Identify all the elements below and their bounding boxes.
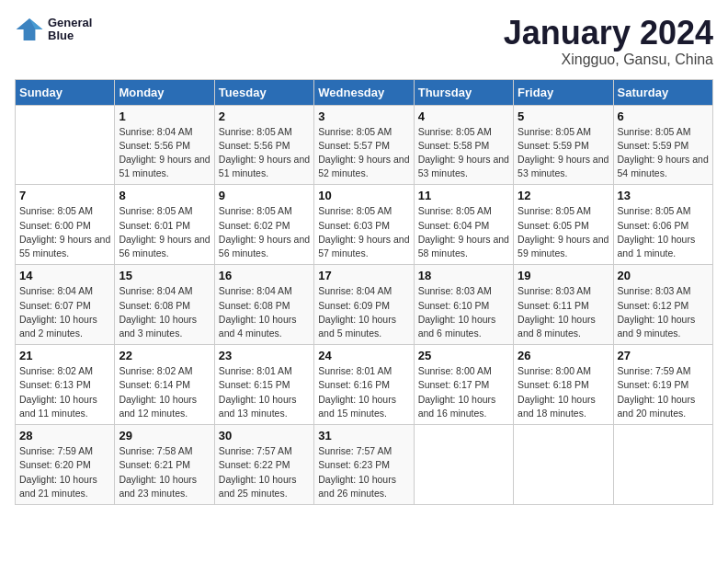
day-number: 27 bbox=[618, 349, 709, 362]
day-info: Sunrise: 8:05 AMSunset: 5:59 PMDaylight:… bbox=[518, 125, 609, 181]
col-header-sunday: Sunday bbox=[16, 79, 115, 105]
day-number: 6 bbox=[618, 109, 709, 123]
day-number: 29 bbox=[119, 429, 210, 442]
day-info: Sunrise: 8:04 AMSunset: 6:09 PMDaylight:… bbox=[318, 284, 409, 340]
col-header-monday: Monday bbox=[115, 79, 214, 105]
calendar-cell: 2Sunrise: 8:05 AMSunset: 5:56 PMDaylight… bbox=[214, 105, 313, 185]
col-header-friday: Friday bbox=[514, 79, 613, 105]
day-number: 14 bbox=[19, 269, 110, 282]
logo-text: General Blue bbox=[48, 17, 92, 43]
title-block: January 2024 Xingguo, Gansu, China bbox=[504, 15, 713, 68]
day-info: Sunrise: 8:05 AMSunset: 5:56 PMDaylight:… bbox=[219, 125, 310, 181]
day-info: Sunrise: 8:03 AMSunset: 6:11 PMDaylight:… bbox=[518, 284, 609, 340]
calendar-cell: 18Sunrise: 8:03 AMSunset: 6:10 PMDayligh… bbox=[414, 265, 513, 345]
day-info: Sunrise: 8:01 AMSunset: 6:16 PMDaylight:… bbox=[318, 364, 409, 420]
calendar-cell: 12Sunrise: 8:05 AMSunset: 6:05 PMDayligh… bbox=[514, 185, 613, 265]
calendar-cell: 3Sunrise: 8:05 AMSunset: 5:57 PMDaylight… bbox=[314, 105, 414, 185]
day-number: 8 bbox=[119, 189, 210, 202]
day-info: Sunrise: 8:03 AMSunset: 6:10 PMDaylight:… bbox=[418, 284, 509, 340]
calendar-cell: 25Sunrise: 8:00 AMSunset: 6:17 PMDayligh… bbox=[414, 345, 513, 425]
day-number: 30 bbox=[219, 429, 310, 442]
calendar-cell: 27Sunrise: 7:59 AMSunset: 6:19 PMDayligh… bbox=[613, 345, 712, 425]
day-info: Sunrise: 7:58 AMSunset: 6:21 PMDaylight:… bbox=[119, 444, 210, 500]
day-number: 12 bbox=[518, 189, 609, 202]
calendar-table: SundayMondayTuesdayWednesdayThursdayFrid… bbox=[15, 79, 713, 505]
day-info: Sunrise: 8:05 AMSunset: 6:02 PMDaylight:… bbox=[219, 204, 310, 260]
day-number: 7 bbox=[19, 189, 110, 202]
calendar-cell: 5Sunrise: 8:05 AMSunset: 5:59 PMDaylight… bbox=[514, 105, 613, 185]
calendar-week-row: 14Sunrise: 8:04 AMSunset: 6:07 PMDayligh… bbox=[16, 265, 713, 345]
day-info: Sunrise: 8:05 AMSunset: 5:59 PMDaylight:… bbox=[618, 125, 709, 181]
day-number: 18 bbox=[418, 269, 509, 282]
day-info: Sunrise: 8:02 AMSunset: 6:13 PMDaylight:… bbox=[19, 364, 110, 420]
day-number: 11 bbox=[418, 189, 509, 202]
calendar-header-row: SundayMondayTuesdayWednesdayThursdayFrid… bbox=[16, 79, 713, 105]
logo-line1: General bbox=[48, 17, 92, 29]
day-number: 3 bbox=[318, 109, 409, 123]
day-info: Sunrise: 8:05 AMSunset: 6:06 PMDaylight:… bbox=[618, 204, 709, 260]
col-header-thursday: Thursday bbox=[414, 79, 513, 105]
day-number: 10 bbox=[318, 189, 409, 202]
day-number: 31 bbox=[318, 429, 409, 442]
day-number: 4 bbox=[418, 109, 509, 123]
calendar-cell: 24Sunrise: 8:01 AMSunset: 6:16 PMDayligh… bbox=[314, 345, 414, 425]
day-number: 23 bbox=[219, 349, 310, 362]
day-info: Sunrise: 8:00 AMSunset: 6:18 PMDaylight:… bbox=[518, 364, 609, 420]
day-info: Sunrise: 8:01 AMSunset: 6:15 PMDaylight:… bbox=[219, 364, 310, 420]
calendar-cell: 23Sunrise: 8:01 AMSunset: 6:15 PMDayligh… bbox=[214, 345, 313, 425]
logo-icon bbox=[15, 15, 44, 44]
day-number: 25 bbox=[418, 349, 509, 362]
calendar-cell: 29Sunrise: 7:58 AMSunset: 6:21 PMDayligh… bbox=[115, 425, 214, 505]
calendar-cell: 14Sunrise: 8:04 AMSunset: 6:07 PMDayligh… bbox=[16, 265, 115, 345]
calendar-week-row: 21Sunrise: 8:02 AMSunset: 6:13 PMDayligh… bbox=[16, 345, 713, 425]
calendar-cell: 21Sunrise: 8:02 AMSunset: 6:13 PMDayligh… bbox=[16, 345, 115, 425]
calendar-cell: 13Sunrise: 8:05 AMSunset: 6:06 PMDayligh… bbox=[613, 185, 712, 265]
calendar-cell: 30Sunrise: 7:57 AMSunset: 6:22 PMDayligh… bbox=[214, 425, 313, 505]
calendar-cell: 19Sunrise: 8:03 AMSunset: 6:11 PMDayligh… bbox=[514, 265, 613, 345]
day-number: 9 bbox=[219, 189, 310, 202]
logo: General Blue bbox=[15, 15, 92, 44]
day-info: Sunrise: 8:02 AMSunset: 6:14 PMDaylight:… bbox=[119, 364, 210, 420]
day-info: Sunrise: 8:04 AMSunset: 6:08 PMDaylight:… bbox=[219, 284, 310, 340]
day-number: 15 bbox=[119, 269, 210, 282]
day-number: 26 bbox=[518, 349, 609, 362]
day-info: Sunrise: 8:05 AMSunset: 6:00 PMDaylight:… bbox=[19, 204, 110, 260]
calendar-cell: 20Sunrise: 8:03 AMSunset: 6:12 PMDayligh… bbox=[613, 265, 712, 345]
calendar-cell: 9Sunrise: 8:05 AMSunset: 6:02 PMDaylight… bbox=[214, 185, 313, 265]
day-number: 19 bbox=[518, 269, 609, 282]
calendar-cell: 17Sunrise: 8:04 AMSunset: 6:09 PMDayligh… bbox=[314, 265, 414, 345]
day-number: 1 bbox=[119, 109, 210, 123]
calendar-cell: 15Sunrise: 8:04 AMSunset: 6:08 PMDayligh… bbox=[115, 265, 214, 345]
day-number: 17 bbox=[318, 269, 409, 282]
calendar-cell: 11Sunrise: 8:05 AMSunset: 6:04 PMDayligh… bbox=[414, 185, 513, 265]
calendar-cell: 31Sunrise: 7:57 AMSunset: 6:23 PMDayligh… bbox=[314, 425, 414, 505]
calendar-cell: 6Sunrise: 8:05 AMSunset: 5:59 PMDaylight… bbox=[613, 105, 712, 185]
calendar-cell: 26Sunrise: 8:00 AMSunset: 6:18 PMDayligh… bbox=[514, 345, 613, 425]
day-info: Sunrise: 8:04 AMSunset: 6:08 PMDaylight:… bbox=[119, 284, 210, 340]
day-number: 21 bbox=[19, 349, 110, 362]
day-info: Sunrise: 7:57 AMSunset: 6:23 PMDaylight:… bbox=[318, 444, 409, 500]
day-info: Sunrise: 8:05 AMSunset: 6:05 PMDaylight:… bbox=[518, 204, 609, 260]
day-number: 16 bbox=[219, 269, 310, 282]
month-title: January 2024 bbox=[504, 15, 713, 52]
logo-line2: Blue bbox=[48, 29, 92, 42]
calendar-cell: 1Sunrise: 8:04 AMSunset: 5:56 PMDaylight… bbox=[115, 105, 214, 185]
calendar-cell bbox=[514, 425, 613, 505]
calendar-week-row: 7Sunrise: 8:05 AMSunset: 6:00 PMDaylight… bbox=[16, 185, 713, 265]
day-number: 5 bbox=[518, 109, 609, 123]
day-info: Sunrise: 7:59 AMSunset: 6:19 PMDaylight:… bbox=[618, 364, 709, 420]
col-header-wednesday: Wednesday bbox=[314, 79, 414, 105]
calendar-cell bbox=[613, 425, 712, 505]
location-subtitle: Xingguo, Gansu, China bbox=[504, 52, 713, 68]
day-info: Sunrise: 8:03 AMSunset: 6:12 PMDaylight:… bbox=[618, 284, 709, 340]
calendar-cell: 8Sunrise: 8:05 AMSunset: 6:01 PMDaylight… bbox=[115, 185, 214, 265]
calendar-cell: 10Sunrise: 8:05 AMSunset: 6:03 PMDayligh… bbox=[314, 185, 414, 265]
day-info: Sunrise: 8:05 AMSunset: 5:57 PMDaylight:… bbox=[318, 125, 409, 181]
calendar-week-row: 1Sunrise: 8:04 AMSunset: 5:56 PMDaylight… bbox=[16, 105, 713, 185]
day-number: 24 bbox=[318, 349, 409, 362]
day-info: Sunrise: 8:04 AMSunset: 5:56 PMDaylight:… bbox=[119, 125, 210, 181]
col-header-saturday: Saturday bbox=[613, 79, 712, 105]
calendar-cell bbox=[16, 105, 115, 185]
day-number: 28 bbox=[19, 429, 110, 442]
day-info: Sunrise: 7:59 AMSunset: 6:20 PMDaylight:… bbox=[19, 444, 110, 500]
